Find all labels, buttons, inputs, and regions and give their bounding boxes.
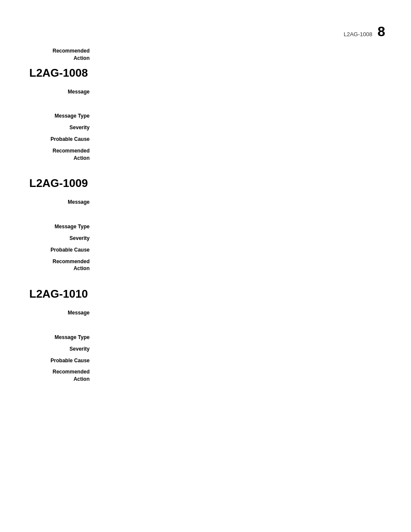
section-l2ag-1010: L2AG-1010 Message Message Type Severity … <box>29 287 385 383</box>
page-header-code: L2AG-1008 <box>344 31 373 37</box>
probable-cause-label-1010: Probable Cause <box>29 357 90 364</box>
severity-label-1008: Severity <box>29 124 90 131</box>
severity-label-1010: Severity <box>29 345 90 353</box>
recommended-action-row-1009: Recommended Action <box>29 258 385 273</box>
section-l2ag-1008: L2AG-1008 Message Message Type Severity … <box>29 66 385 162</box>
page-header: L2AG-1008 8 <box>344 24 385 40</box>
message-label-1010: Message <box>29 309 90 317</box>
probable-cause-label-1008: Probable Cause <box>29 136 90 143</box>
section-title-l2ag-1010: L2AG-1010 <box>29 287 385 301</box>
section-l2ag-1009: L2AG-1009 Message Message Type Severity … <box>29 177 385 272</box>
message-label-1009: Message <box>29 199 90 206</box>
severity-row-1008: Severity <box>29 124 385 131</box>
probable-cause-row-1010: Probable Cause <box>29 357 385 364</box>
message-type-label-1008: Message Type <box>29 112 90 120</box>
severity-row-1009: Severity <box>29 235 385 242</box>
probable-cause-row-1009: Probable Cause <box>29 246 385 254</box>
section-title-l2ag-1008: L2AG-1008 <box>29 66 385 80</box>
page-number: 8 <box>377 24 385 40</box>
message-label-1008: Message <box>29 88 90 96</box>
message-type-label-1010: Message Type <box>29 334 90 341</box>
message-type-label-1009: Message Type <box>29 223 90 230</box>
recommended-action-label-1009: Recommended Action <box>29 258 90 273</box>
severity-label-1009: Severity <box>29 235 90 242</box>
section-title-l2ag-1009: L2AG-1009 <box>29 177 385 190</box>
message-type-row-1008: Message Type <box>29 112 385 120</box>
recommended-action-label-1010: Recommended Action <box>29 368 90 383</box>
probable-cause-label-1009: Probable Cause <box>29 246 90 254</box>
prev-recommended-action-label: Recommended Action <box>29 47 90 62</box>
message-row-1008: Message <box>29 88 385 96</box>
recommended-action-label-1008: Recommended Action <box>29 147 90 162</box>
message-type-row-1009: Message Type <box>29 223 385 230</box>
message-row-1009: Message <box>29 199 385 206</box>
recommended-action-row-1008: Recommended Action <box>29 147 385 162</box>
recommended-action-row-1010: Recommended Action <box>29 368 385 383</box>
message-type-row-1010: Message Type <box>29 334 385 341</box>
main-content: Recommended Action L2AG-1008 Message Mes… <box>0 0 411 383</box>
probable-cause-row-1008: Probable Cause <box>29 136 385 143</box>
prev-recommended-action-row: Recommended Action <box>29 47 385 62</box>
message-row-1010: Message <box>29 309 385 317</box>
severity-row-1010: Severity <box>29 345 385 353</box>
